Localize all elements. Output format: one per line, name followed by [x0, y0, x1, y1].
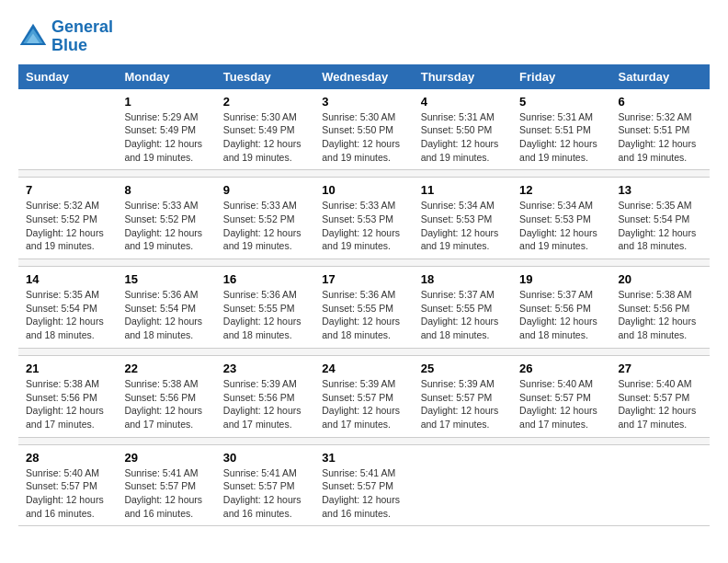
- day-info: Sunrise: 5:41 AM Sunset: 5:57 PM Dayligh…: [124, 466, 208, 521]
- divider-cell: [18, 437, 710, 444]
- day-cell: [611, 444, 710, 526]
- day-cell: 6Sunrise: 5:32 AM Sunset: 5:51 PM Daylig…: [611, 89, 710, 170]
- day-info: Sunrise: 5:29 AM Sunset: 5:49 PM Dayligh…: [124, 110, 208, 165]
- week-row-4: 21Sunrise: 5:38 AM Sunset: 5:56 PM Dayli…: [18, 355, 710, 437]
- day-info: Sunrise: 5:36 AM Sunset: 5:54 PM Dayligh…: [124, 288, 208, 342]
- day-number: 7: [26, 183, 109, 197]
- day-info: Sunrise: 5:33 AM Sunset: 5:52 PM Dayligh…: [124, 199, 208, 253]
- day-number: 13: [619, 183, 702, 197]
- weekday-header-friday: Friday: [512, 64, 610, 89]
- day-number: 14: [26, 272, 109, 286]
- divider-cell: [18, 170, 710, 178]
- weekday-header-tuesday: Tuesday: [216, 64, 314, 89]
- day-info: Sunrise: 5:41 AM Sunset: 5:57 PM Dayligh…: [322, 466, 405, 521]
- day-number: 5: [519, 95, 603, 109]
- day-cell: 8Sunrise: 5:33 AM Sunset: 5:52 PM Daylig…: [117, 178, 215, 259]
- day-cell: 3Sunrise: 5:30 AM Sunset: 5:50 PM Daylig…: [314, 89, 413, 170]
- logo-icon: [18, 22, 48, 52]
- week-divider: [18, 259, 710, 267]
- day-cell: 27Sunrise: 5:40 AM Sunset: 5:57 PM Dayli…: [611, 355, 710, 437]
- day-cell: 19Sunrise: 5:37 AM Sunset: 5:56 PM Dayli…: [512, 267, 610, 349]
- day-cell: 12Sunrise: 5:34 AM Sunset: 5:53 PM Dayli…: [512, 178, 610, 259]
- day-cell: 20Sunrise: 5:38 AM Sunset: 5:56 PM Dayli…: [611, 267, 710, 349]
- day-cell: 17Sunrise: 5:36 AM Sunset: 5:55 PM Dayli…: [314, 267, 413, 349]
- day-info: Sunrise: 5:36 AM Sunset: 5:55 PM Dayligh…: [223, 288, 307, 342]
- weekday-header-thursday: Thursday: [414, 64, 512, 89]
- day-cell: 30Sunrise: 5:41 AM Sunset: 5:57 PM Dayli…: [216, 444, 314, 526]
- day-number: 25: [421, 362, 505, 375]
- week-row-1: 1Sunrise: 5:29 AM Sunset: 5:49 PM Daylig…: [18, 89, 710, 170]
- day-cell: 24Sunrise: 5:39 AM Sunset: 5:57 PM Dayli…: [314, 355, 413, 437]
- day-number: 12: [519, 183, 603, 197]
- day-cell: 13Sunrise: 5:35 AM Sunset: 5:54 PM Dayli…: [611, 178, 710, 259]
- day-number: 22: [124, 362, 208, 375]
- day-number: 1: [124, 95, 208, 109]
- day-number: 3: [322, 95, 405, 109]
- day-number: 17: [322, 272, 405, 286]
- day-number: 6: [619, 95, 702, 109]
- day-cell: 29Sunrise: 5:41 AM Sunset: 5:57 PM Dayli…: [117, 444, 215, 526]
- day-cell: 10Sunrise: 5:33 AM Sunset: 5:53 PM Dayli…: [314, 178, 413, 259]
- day-info: Sunrise: 5:39 AM Sunset: 5:57 PM Dayligh…: [322, 377, 405, 431]
- day-info: Sunrise: 5:33 AM Sunset: 5:53 PM Dayligh…: [322, 199, 405, 253]
- logo-text: General Blue: [51, 18, 113, 55]
- weekday-header-monday: Monday: [117, 64, 215, 89]
- day-number: 30: [223, 451, 307, 465]
- day-info: Sunrise: 5:38 AM Sunset: 5:56 PM Dayligh…: [619, 288, 702, 342]
- day-cell: 14Sunrise: 5:35 AM Sunset: 5:54 PM Dayli…: [18, 267, 117, 349]
- day-cell: 22Sunrise: 5:38 AM Sunset: 5:56 PM Dayli…: [117, 355, 215, 437]
- day-number: 23: [223, 362, 307, 375]
- day-info: Sunrise: 5:32 AM Sunset: 5:52 PM Dayligh…: [26, 199, 109, 253]
- weekday-header-sunday: Sunday: [18, 64, 117, 89]
- day-number: 18: [421, 272, 505, 286]
- day-info: Sunrise: 5:37 AM Sunset: 5:55 PM Dayligh…: [421, 288, 505, 342]
- day-number: 29: [124, 451, 208, 465]
- day-number: 27: [619, 362, 702, 375]
- day-info: Sunrise: 5:35 AM Sunset: 5:54 PM Dayligh…: [26, 288, 109, 342]
- day-number: 11: [421, 183, 505, 197]
- day-cell: 9Sunrise: 5:33 AM Sunset: 5:52 PM Daylig…: [216, 178, 314, 259]
- day-info: Sunrise: 5:40 AM Sunset: 5:57 PM Dayligh…: [619, 377, 702, 431]
- day-info: Sunrise: 5:33 AM Sunset: 5:52 PM Dayligh…: [223, 199, 307, 253]
- day-info: Sunrise: 5:39 AM Sunset: 5:56 PM Dayligh…: [223, 377, 307, 431]
- week-row-3: 14Sunrise: 5:35 AM Sunset: 5:54 PM Dayli…: [18, 267, 710, 349]
- day-info: Sunrise: 5:30 AM Sunset: 5:50 PM Dayligh…: [322, 110, 405, 165]
- logo: General Blue: [18, 18, 113, 55]
- day-info: Sunrise: 5:40 AM Sunset: 5:57 PM Dayligh…: [519, 377, 603, 431]
- day-cell: 2Sunrise: 5:30 AM Sunset: 5:49 PM Daylig…: [216, 89, 314, 170]
- day-info: Sunrise: 5:31 AM Sunset: 5:50 PM Dayligh…: [421, 110, 505, 165]
- day-cell: 28Sunrise: 5:40 AM Sunset: 5:57 PM Dayli…: [18, 444, 117, 526]
- day-info: Sunrise: 5:38 AM Sunset: 5:56 PM Dayligh…: [124, 377, 208, 431]
- week-divider: [18, 437, 710, 444]
- day-cell: 1Sunrise: 5:29 AM Sunset: 5:49 PM Daylig…: [117, 89, 215, 170]
- week-divider: [18, 348, 710, 355]
- page-header: General Blue: [18, 18, 710, 55]
- day-cell: [414, 444, 512, 526]
- day-cell: 26Sunrise: 5:40 AM Sunset: 5:57 PM Dayli…: [512, 355, 610, 437]
- day-number: 21: [26, 362, 109, 375]
- day-info: Sunrise: 5:36 AM Sunset: 5:55 PM Dayligh…: [322, 288, 405, 342]
- week-divider: [18, 170, 710, 178]
- day-info: Sunrise: 5:37 AM Sunset: 5:56 PM Dayligh…: [519, 288, 603, 342]
- day-cell: 16Sunrise: 5:36 AM Sunset: 5:55 PM Dayli…: [216, 267, 314, 349]
- week-row-5: 28Sunrise: 5:40 AM Sunset: 5:57 PM Dayli…: [18, 444, 710, 526]
- day-info: Sunrise: 5:34 AM Sunset: 5:53 PM Dayligh…: [421, 199, 505, 253]
- day-number: 26: [519, 362, 603, 375]
- day-info: Sunrise: 5:40 AM Sunset: 5:57 PM Dayligh…: [26, 466, 109, 521]
- day-info: Sunrise: 5:39 AM Sunset: 5:57 PM Dayligh…: [421, 377, 505, 431]
- day-info: Sunrise: 5:35 AM Sunset: 5:54 PM Dayligh…: [619, 199, 702, 253]
- day-cell: 15Sunrise: 5:36 AM Sunset: 5:54 PM Dayli…: [117, 267, 215, 349]
- day-info: Sunrise: 5:31 AM Sunset: 5:51 PM Dayligh…: [519, 110, 603, 165]
- day-cell: [18, 89, 117, 170]
- day-number: 31: [322, 451, 405, 465]
- day-info: Sunrise: 5:32 AM Sunset: 5:51 PM Dayligh…: [619, 110, 702, 165]
- divider-cell: [18, 348, 710, 355]
- day-cell: 7Sunrise: 5:32 AM Sunset: 5:52 PM Daylig…: [18, 178, 117, 259]
- day-info: Sunrise: 5:34 AM Sunset: 5:53 PM Dayligh…: [519, 199, 603, 253]
- day-number: 2: [223, 95, 307, 109]
- calendar-table: SundayMondayTuesdayWednesdayThursdayFrid…: [18, 64, 710, 527]
- weekday-header-saturday: Saturday: [611, 64, 710, 89]
- weekday-header-wednesday: Wednesday: [314, 64, 413, 89]
- day-number: 15: [124, 272, 208, 286]
- weekday-header-row: SundayMondayTuesdayWednesdayThursdayFrid…: [18, 64, 710, 89]
